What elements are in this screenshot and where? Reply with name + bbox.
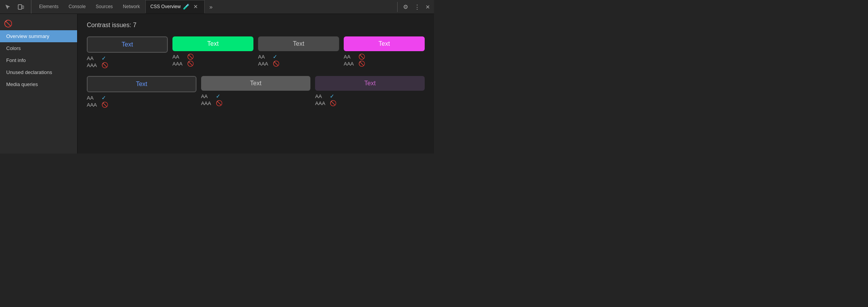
tab-console-label: Console (69, 4, 86, 9)
wcag-pair-1: AA ✓ AAA 🚫 (87, 55, 168, 68)
contrast-btn-6[interactable]: Text (201, 76, 311, 91)
wcag-pair-2: AA 🚫 AAA 🚫 (172, 53, 253, 67)
wcag-aa-row-3: AA ✓ (258, 53, 339, 60)
wcag-aa-label-5: AA (87, 95, 99, 101)
wcag-aaa-row-4: AAA 🚫 (344, 60, 425, 67)
wcag-aa-label-3: AA (258, 54, 270, 60)
content-area: Contrast issues: 7 Text AA ✓ AAA 🚫 (78, 14, 434, 154)
contrast-btn-4[interactable]: Text (344, 36, 425, 51)
contrast-item-4: Text AA 🚫 AAA 🚫 (344, 36, 425, 68)
wcag-aaa-label-2: AAA (172, 61, 185, 67)
more-tabs-btn[interactable]: » (207, 2, 215, 12)
tab-bar-left-controls (2, 0, 31, 14)
contrast-item-7: Text AA ✓ AAA 🚫 (315, 76, 425, 108)
sidebar-block-btn[interactable]: 🚫 (4, 19, 12, 28)
contrast-btn-5-label: Text (136, 81, 147, 87)
wcag-aaa-label-6: AAA (201, 100, 214, 106)
sidebar-item-media-queries-label: Media queries (6, 81, 38, 87)
wcag-aaa-fail-icon-3: 🚫 (273, 60, 279, 67)
contrast-grid-row1: Text AA ✓ AAA 🚫 Text (87, 36, 425, 68)
sidebar-item-media-queries[interactable]: Media queries (0, 78, 77, 90)
contrast-issues-title: Contrast issues: 7 (87, 22, 425, 29)
contrast-btn-1[interactable]: Text (87, 36, 168, 53)
sidebar-item-colors-label: Colors (6, 45, 21, 51)
wcag-pair-6: AA ✓ AAA 🚫 (201, 93, 311, 106)
sidebar-item-overview-summary-label: Overview summary (6, 33, 49, 39)
contrast-btn-5[interactable]: Text (87, 76, 196, 92)
block-icon: 🚫 (4, 20, 12, 28)
wcag-aa-label-4: AA (344, 54, 356, 60)
wcag-aaa-label-4: AAA (344, 61, 356, 67)
wcag-aaa-fail-icon-1: 🚫 (102, 62, 108, 68)
contrast-grid-row2: Text AA ✓ AAA 🚫 Text (87, 76, 425, 108)
wcag-aa-row-7: AA ✓ (315, 93, 425, 99)
wcag-aa-row-2: AA 🚫 (172, 53, 253, 60)
contrast-item-5: Text AA ✓ AAA 🚫 (87, 76, 196, 108)
tab-bar: Elements Console Sources Network CSS Ove… (0, 0, 434, 14)
wcag-aaa-row-7: AAA 🚫 (315, 100, 425, 106)
contrast-btn-7-label: Text (364, 80, 375, 86)
wcag-aa-pass-icon-7: ✓ (330, 93, 334, 99)
wcag-aaa-fail-icon-7: 🚫 (330, 100, 336, 106)
device-toggle-btn[interactable] (16, 2, 26, 12)
contrast-item-2: Text AA 🚫 AAA 🚫 (172, 36, 253, 68)
contrast-item-3: Text AA ✓ AAA 🚫 (258, 36, 339, 68)
wcag-aa-fail-icon-2: 🚫 (187, 53, 194, 60)
contrast-item-1: Text AA ✓ AAA 🚫 (87, 36, 168, 68)
tab-elements-label: Elements (39, 4, 59, 9)
wcag-aa-pass-icon-5: ✓ (102, 95, 106, 101)
cursor-icon-btn[interactable] (2, 2, 13, 12)
wcag-aa-row-4: AA 🚫 (344, 53, 425, 60)
more-tabs-icon: » (209, 3, 212, 10)
close-tab-btn[interactable]: ✕ (192, 3, 200, 10)
contrast-item-6: Text AA ✓ AAA 🚫 (201, 76, 311, 108)
more-options-btn[interactable]: ⋮ (412, 2, 422, 12)
wcag-aaa-row-2: AAA 🚫 (172, 60, 253, 67)
tab-css-overview[interactable]: CSS Overview 🧪 ✕ (145, 0, 205, 14)
more-options-icon: ⋮ (414, 3, 420, 10)
tab-console[interactable]: Console (64, 0, 90, 14)
settings-btn[interactable]: ⚙ (401, 2, 410, 12)
wcag-aa-fail-icon-4: 🚫 (358, 53, 365, 60)
svg-rect-1 (22, 6, 24, 9)
contrast-btn-3[interactable]: Text (258, 36, 339, 51)
sidebar-item-unused-declarations[interactable]: Unused declarations (0, 66, 77, 78)
wcag-aa-label-1: AA (87, 55, 99, 61)
wcag-aaa-row-3: AAA 🚫 (258, 60, 339, 67)
wcag-aa-row-1: AA ✓ (87, 55, 168, 61)
contrast-btn-3-label: Text (293, 40, 304, 47)
sidebar-item-unused-declarations-label: Unused declarations (6, 69, 52, 75)
experiment-icon: 🧪 (183, 3, 189, 10)
contrast-btn-7[interactable]: Text (315, 76, 425, 91)
contrast-btn-2[interactable]: Text (172, 36, 253, 51)
wcag-aaa-row-1: AAA 🚫 (87, 62, 168, 68)
wcag-pair-3: AA ✓ AAA 🚫 (258, 53, 339, 67)
wcag-aa-row-5: AA ✓ (87, 95, 196, 101)
sidebar: 🚫 Overview summary Colors Font info Unus… (0, 14, 78, 154)
contrast-btn-4-label: Text (379, 40, 390, 47)
contrast-btn-6-label: Text (250, 80, 261, 86)
wcag-aa-pass-icon-1: ✓ (102, 55, 106, 61)
wcag-aaa-label-3: AAA (258, 61, 270, 67)
sidebar-item-colors[interactable]: Colors (0, 42, 77, 54)
wcag-pair-4: AA 🚫 AAA 🚫 (344, 53, 425, 67)
tab-network[interactable]: Network (118, 0, 145, 14)
close-devtools-btn[interactable]: ✕ (424, 3, 432, 11)
wcag-aaa-label-5: AAA (87, 102, 99, 108)
wcag-aa-pass-icon-6: ✓ (216, 93, 220, 99)
tab-network-label: Network (123, 4, 140, 9)
sidebar-item-font-info[interactable]: Font info (0, 54, 77, 66)
wcag-aa-row-6: AA ✓ (201, 93, 311, 99)
tab-elements[interactable]: Elements (34, 0, 63, 14)
wcag-aa-label-2: AA (172, 54, 185, 60)
settings-icon: ⚙ (403, 3, 408, 10)
wcag-pair-5: AA ✓ AAA 🚫 (87, 95, 196, 108)
wcag-aaa-row-5: AAA 🚫 (87, 102, 196, 108)
tab-sources[interactable]: Sources (91, 0, 117, 14)
sidebar-item-font-info-label: Font info (6, 57, 26, 63)
sidebar-item-overview-summary[interactable]: Overview summary (0, 30, 77, 42)
wcag-aaa-label-1: AAA (87, 62, 99, 68)
wcag-aa-pass-icon-3: ✓ (273, 53, 277, 60)
wcag-aaa-label-7: AAA (315, 100, 327, 106)
svg-rect-0 (18, 5, 22, 9)
